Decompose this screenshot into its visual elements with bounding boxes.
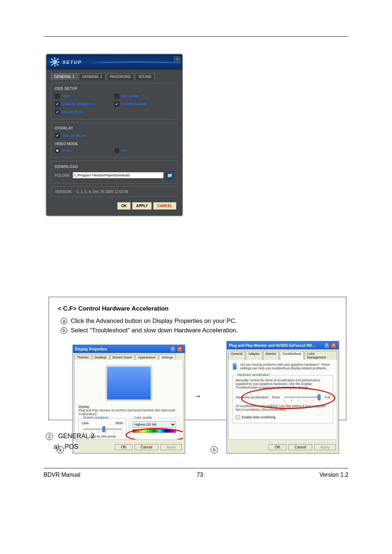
intro-text: Are you having problems with your graphi… [240, 363, 333, 370]
checkbox-icon[interactable]: ✓ [236, 415, 240, 419]
section-general-2: GENERAL 2 [58, 432, 94, 440]
opt-camera-number[interactable]: CAMERA NUMBER [55, 102, 113, 107]
svg-line-7 [57, 58, 58, 60]
tab-general-1[interactable]: GENERAL 1 [51, 73, 78, 80]
radio-icon[interactable] [114, 148, 119, 153]
footer-left: BDVR Manual [44, 472, 80, 480]
hw-label: Hardware acceleration: [236, 395, 269, 399]
tip-line-b: b Select "Troubleshoot" and slow down Ha… [58, 327, 337, 334]
radio-ntsc[interactable]: NTSC [55, 148, 113, 153]
tip-line-a: a Click the Advanced button on Display P… [58, 317, 337, 325]
dp-ok-button[interactable]: OK [115, 444, 132, 450]
opt-set-name[interactable]: SET NAME [114, 94, 174, 99]
mp-apply-button[interactable]: Apply [314, 444, 336, 450]
osd-heading: OSD SETUP [55, 87, 174, 91]
download-panel: DOWNLOAD FOLDER: 📁 [51, 161, 178, 184]
radio-icon[interactable] [55, 148, 60, 153]
enable-write-combining[interactable]: ✓ Enable write combining [236, 415, 330, 419]
mp-cancel-button[interactable]: Cancel [289, 444, 312, 450]
hw-accel-slider[interactable] [284, 397, 320, 398]
version-value: 2, 1, 0, 4, Dec 26 2005 12:02:05 [77, 190, 128, 194]
arrow-icon: → [194, 391, 202, 401]
download-heading: DOWNLOAD [55, 165, 174, 169]
tab-mp-colormgmt[interactable]: Color Management [305, 351, 337, 360]
cancel-button[interactable]: CANCEL [153, 202, 176, 210]
tab-mp-troubleshoot[interactable]: Troubleshoot [280, 351, 304, 360]
apply-button[interactable]: APPLY [132, 202, 152, 210]
tab-desktop[interactable]: Desktop [92, 354, 109, 360]
help-icon[interactable]: ? [324, 342, 330, 348]
color-bar-icon [132, 429, 176, 433]
dialog-title: Plug and Play Monitor and NVIDIA GeForce… [229, 344, 316, 348]
svg-point-0 [53, 60, 57, 65]
opt-time[interactable]: TIME [55, 94, 113, 99]
mp-ok-button[interactable]: OK [269, 444, 286, 450]
dialog-title: Display Properties [75, 347, 107, 351]
hw-accel-group: Hardware acceleration Manually control t… [232, 375, 333, 423]
marker-b-bottom-icon: b [211, 446, 218, 454]
overlay-panel: OVERLAY USE OVERLAY VIDEO MODE NTSC PAL [51, 122, 178, 158]
tab-appearance[interactable]: Appearance [135, 354, 158, 360]
opt-use-overlay[interactable]: USE OVERLAY [55, 133, 174, 138]
video-mode-heading: VIDEO MODE [55, 142, 174, 146]
checkbox-icon[interactable] [55, 133, 60, 138]
hw-desc: Manually control the level of accelerati… [236, 378, 330, 389]
opt-frame-rate[interactable]: FRAME RATE [55, 110, 113, 115]
monitor-properties-titlebar: Plug and Play Monitor and NVIDIA GeForce… [227, 341, 339, 349]
monitor-icon [232, 363, 237, 370]
close-button[interactable]: ✕ [174, 57, 180, 62]
tab-mp-monitor[interactable]: Monitor [263, 351, 279, 360]
browse-button[interactable]: 📁 [166, 172, 174, 179]
tab-mp-general[interactable]: General [228, 351, 245, 360]
setup-tabs: GENERAL 1 GENERAL 2 PASSWORD SOUND [51, 73, 178, 80]
resolution-slider[interactable] [83, 428, 122, 430]
checkbox-icon[interactable] [55, 94, 60, 99]
close-icon[interactable]: × [331, 342, 336, 348]
tab-mp-adapter[interactable]: Adapter [246, 351, 262, 360]
monitor-properties-dialog: Plug and Play Monitor and NVIDIA GeForce… [226, 341, 339, 454]
sub-a-label: a) [54, 443, 60, 451]
page-footer: BDVR Manual 73 Version 1.2 [44, 472, 348, 480]
folder-input[interactable] [73, 172, 164, 178]
marker-b-icon: b [61, 327, 67, 334]
footer-right: Version 1.2 [319, 472, 348, 480]
help-icon[interactable]: ? [170, 346, 176, 352]
tip-title: < C.F> Control Hardware Acceleration [58, 305, 337, 312]
circled-2-icon: 2 [46, 433, 53, 440]
osd-setup-panel: OSD SETUP TIME SET NAME CAMERA NUMBER CA… [51, 83, 178, 119]
ok-button[interactable]: OK [117, 202, 131, 210]
version-label: VERSION: [55, 190, 72, 194]
footer-page-number: 73 [197, 472, 203, 480]
color-quality-select[interactable]: Highest (32 bit) [132, 421, 176, 428]
tab-password[interactable]: PASSWORD [107, 73, 134, 80]
folder-label: FOLDER: [55, 173, 70, 177]
setup-titlebar: SETUP ✕ [46, 54, 182, 70]
color-quality-group: Color quality Highest (32 bit) [129, 418, 179, 440]
display-value: Plug and Play Monitor on NVIDIA GeForce2… [78, 409, 179, 416]
close-icon[interactable]: × [177, 346, 183, 352]
tab-general-2[interactable]: GENERAL 2 [79, 73, 106, 80]
hw-none: None [272, 395, 280, 399]
dp-cancel-button[interactable]: Cancel [135, 444, 158, 450]
gear-icon [50, 57, 60, 67]
tab-screensaver[interactable]: Screen Saver [110, 354, 135, 360]
opt-camera-name[interactable]: CAMERA NAME [114, 102, 174, 107]
checkbox-icon[interactable] [114, 102, 119, 107]
svg-line-8 [51, 64, 53, 65]
setup-window: SETUP ✕ GENERAL 1 GENERAL 2 PASSWORD SOU… [46, 54, 183, 216]
radio-pal[interactable]: PAL [114, 148, 174, 153]
svg-line-6 [57, 64, 58, 65]
tab-themes[interactable]: Themes [74, 354, 91, 360]
overlay-heading: OVERLAY [55, 126, 174, 130]
svg-line-5 [51, 58, 53, 60]
version-box: VERSION: 2, 1, 0, 4, Dec 26 2005 12:02:0… [51, 186, 178, 197]
tab-sound[interactable]: SOUND [135, 73, 155, 80]
display-properties-tabs: Themes Desktop Screen Saver Appearance S… [73, 353, 185, 360]
dp-apply-button[interactable]: Apply [160, 444, 182, 450]
tab-settings[interactable]: Settings [159, 354, 176, 360]
hw-status: All accelerations are enabled. Use this … [236, 404, 330, 411]
checkbox-icon[interactable] [55, 102, 60, 107]
checkbox-icon[interactable] [114, 94, 119, 99]
marker-a-icon: a [61, 318, 67, 324]
checkbox-icon[interactable] [55, 110, 60, 115]
